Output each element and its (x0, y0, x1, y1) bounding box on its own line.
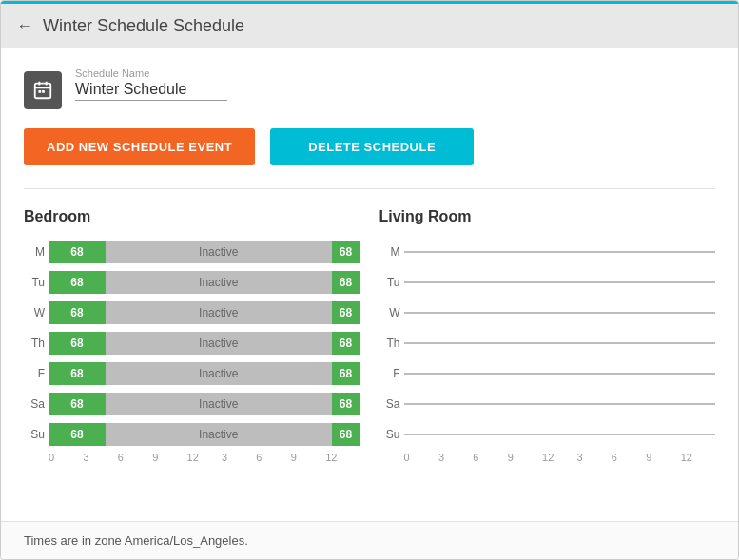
x-axis-label: 0 (404, 452, 438, 463)
living-room-day-rows: M Tu W Th F Sa (379, 239, 716, 448)
empty-bar (404, 373, 716, 375)
bar-green-left: 68 (49, 241, 106, 263)
delete-schedule-button[interactable]: DELETE SCHEDULE (270, 128, 474, 165)
bar-container[interactable]: 68 Inactive 68 (49, 241, 360, 263)
day-label: Tu (379, 276, 400, 289)
x-axis-label: 6 (612, 452, 646, 463)
bar-green-left: 68 (49, 301, 106, 324)
bar-green-left: 68 (49, 362, 106, 385)
bar-green-right: 68 (332, 271, 360, 294)
bar-green-right: 68 (332, 393, 360, 415)
bar-green-left: 68 (49, 332, 106, 355)
page-title: Winter Schedule Schedule (43, 16, 244, 36)
bedroom-day-rows: M 68 Inactive 68 Tu 68 Inactive 68 W 68 … (24, 239, 360, 448)
bar-inactive: Inactive (106, 241, 332, 263)
x-axis-label: 12 (681, 452, 715, 463)
empty-bar (404, 312, 716, 314)
body: Schedule Name Winter Schedule ADD NEW SC… (1, 48, 738, 521)
schedule-name-row: Schedule Name Winter Schedule (24, 68, 715, 109)
empty-bar-container (404, 423, 716, 446)
add-schedule-event-button[interactable]: ADD NEW SCHEDULE EVENT (24, 128, 255, 165)
x-axis-label: 9 (508, 452, 542, 463)
app-window: ← Winter Schedule Schedule Schedule Name… (0, 0, 739, 560)
x-axis-label: 6 (473, 452, 507, 463)
x-axis-label: 3 (83, 452, 117, 463)
svg-rect-5 (42, 90, 45, 93)
day-label: W (379, 306, 400, 319)
bedroom-day-row[interactable]: Th 68 Inactive 68 (24, 330, 360, 357)
day-label: W (24, 306, 45, 319)
bar-green-right: 68 (332, 241, 360, 263)
day-label: Sa (24, 397, 45, 411)
footer-text: Times are in zone America/Los_Angeles. (24, 533, 248, 548)
empty-bar (404, 251, 716, 253)
bedroom-panel: Bedroom M 68 Inactive 68 Tu 68 Inactive … (24, 208, 360, 463)
bar-green-right: 68 (332, 423, 360, 446)
schedules-row: Bedroom M 68 Inactive 68 Tu 68 Inactive … (24, 208, 715, 463)
empty-bar-container (404, 393, 716, 415)
day-label: M (24, 245, 45, 259)
bedroom-day-row[interactable]: M 68 Inactive 68 (24, 239, 360, 265)
day-label: M (379, 245, 400, 259)
living-room-day-row: W (379, 299, 716, 326)
empty-bar (404, 281, 716, 283)
x-axis-label: 3 (438, 452, 473, 463)
bedroom-day-row[interactable]: F 68 Inactive 68 (24, 360, 360, 387)
bar-inactive: Inactive (106, 423, 332, 446)
day-label: F (24, 367, 45, 380)
svg-rect-4 (38, 90, 41, 93)
schedule-name-field: Schedule Name Winter Schedule (75, 68, 227, 101)
bar-green-left: 68 (49, 423, 106, 446)
x-axis-label: 6 (118, 452, 152, 463)
bar-container[interactable]: 68 Inactive 68 (49, 271, 360, 294)
x-axis-label: 3 (222, 452, 256, 463)
day-label: Tu (24, 276, 45, 289)
day-label: Sa (379, 397, 400, 411)
buttons-row: ADD NEW SCHEDULE EVENT DELETE SCHEDULE (24, 128, 715, 165)
living-room-day-row: Tu (379, 269, 716, 296)
bar-container[interactable]: 68 Inactive 68 (49, 423, 360, 446)
day-label: Su (379, 428, 400, 441)
calendar-icon (24, 71, 62, 109)
footer: Times are in zone America/Los_Angeles. (1, 521, 738, 559)
empty-bar (404, 403, 716, 405)
header: ← Winter Schedule Schedule (1, 1, 738, 48)
day-label: Th (24, 337, 45, 350)
empty-bar-container (404, 362, 716, 385)
x-axis-label: 6 (256, 452, 290, 463)
bedroom-day-row[interactable]: Sa 68 Inactive 68 (24, 391, 360, 417)
living-room-day-row: Th (379, 330, 716, 357)
bar-container[interactable]: 68 Inactive 68 (49, 332, 360, 355)
bar-container[interactable]: 68 Inactive 68 (49, 301, 360, 324)
x-axis-label: 12 (187, 452, 222, 463)
bar-green-right: 68 (332, 301, 360, 324)
x-axis-label: 9 (291, 452, 325, 463)
bar-green-right: 68 (332, 332, 360, 355)
x-axis-label: 3 (576, 452, 611, 463)
x-axis-label: 9 (646, 452, 680, 463)
bar-inactive: Inactive (106, 332, 332, 355)
living-room-day-row: Sa (379, 391, 716, 417)
living-room-day-row: Su (379, 421, 716, 448)
bar-container[interactable]: 68 Inactive 68 (49, 362, 360, 385)
living-room-title: Living Room (379, 208, 716, 225)
bar-inactive: Inactive (106, 271, 332, 294)
empty-bar (404, 434, 716, 435)
bar-green-left: 68 (49, 393, 106, 415)
x-axis-label: 12 (542, 452, 576, 463)
day-label: Su (24, 428, 45, 441)
bar-inactive: Inactive (106, 393, 332, 415)
x-axis-label: 12 (325, 452, 360, 463)
bar-green-right: 68 (332, 362, 360, 385)
bedroom-x-axis: 03691236912 (24, 452, 360, 463)
bedroom-day-row[interactable]: Tu 68 Inactive 68 (24, 269, 360, 296)
bar-green-left: 68 (49, 271, 106, 294)
bedroom-day-row[interactable]: Su 68 Inactive 68 (24, 421, 360, 448)
x-axis-label: 9 (152, 452, 186, 463)
schedule-name-value[interactable]: Winter Schedule (75, 81, 227, 101)
back-button[interactable]: ← (16, 16, 33, 36)
bedroom-day-row[interactable]: W 68 Inactive 68 (24, 299, 360, 326)
x-axis-label: 0 (49, 452, 83, 463)
bar-container[interactable]: 68 Inactive 68 (49, 393, 360, 415)
empty-bar-container (404, 301, 716, 324)
